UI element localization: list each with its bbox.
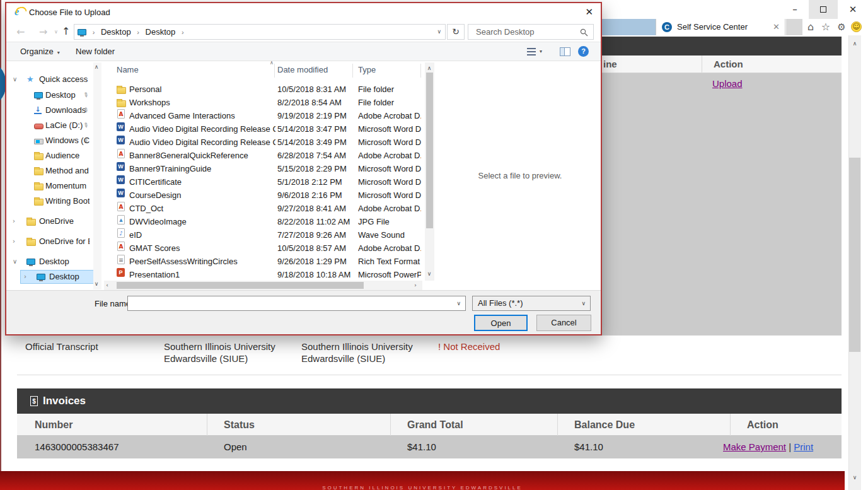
file-row-coursedesign[interactable]: WCourseDesign9/6/2018 2:16 PMMicrosoft W…	[104, 189, 424, 202]
chevron-down-icon[interactable]: ∨	[13, 73, 17, 86]
favorites-star-icon[interactable]: ☆	[818, 19, 833, 35]
file-row-audio-video-digital-recording-release-c[interactable]: WAudio Video Digital Recording Release C…	[104, 136, 424, 149]
sidebar-item-method-and-di[interactable]: Method and Di	[6, 164, 102, 178]
chevron-down-icon[interactable]: ∨	[13, 255, 17, 269]
cancel-button[interactable]: Cancel	[536, 315, 591, 331]
gear-icon[interactable]: ⚙	[834, 19, 849, 35]
file-row-workshops[interactable]: Workshops8/2/2018 8:54 AMFile folder	[104, 96, 424, 109]
column-header-name[interactable]: Name	[117, 62, 139, 78]
file-list-scrollbar-thumb[interactable]	[426, 73, 433, 228]
tab-close-icon[interactable]: ✕	[773, 19, 780, 35]
sidebar-scroll-up-icon[interactable]: ∧	[92, 61, 101, 73]
file-type: Adobe Acrobat D...	[358, 149, 421, 162]
file-row-dwvideoimage[interactable]: ▲DWVideoImage8/22/2018 11:02 AMJPG File	[104, 215, 424, 228]
recent-locations-chevron-icon[interactable]: ∨	[54, 29, 58, 35]
close-window-button[interactable]: ✕	[842, 0, 864, 19]
back-icon[interactable]: ←	[16, 26, 25, 38]
file-row-ctd-oct[interactable]: ACTD_Oct9/27/2018 8:41 AMAdobe Acrobat D…	[104, 202, 424, 215]
sidebar-item-desktop[interactable]: Desktop✎	[6, 88, 102, 102]
sidebar-item-windows-c[interactable]: Windows (C✎	[6, 134, 102, 148]
chevron-right-icon[interactable]: ›	[13, 214, 15, 228]
views-icon[interactable]	[527, 48, 536, 55]
file-name-input[interactable]	[128, 296, 453, 310]
file-list-hscrollbar-thumb[interactable]	[117, 282, 364, 289]
sidebar-item-momentum[interactable]: Momentum	[6, 179, 102, 193]
file-date-modified: 5/14/2018 3:47 PM	[277, 122, 347, 136]
organize-button[interactable]: Organize▾	[20, 42, 60, 62]
file-name: eID	[129, 228, 275, 242]
new-folder-button[interactable]: New folder	[76, 42, 115, 61]
browser-tab[interactable]: C Self Service Center ✕	[656, 19, 785, 35]
sidebar-item-writing-bootca[interactable]: Writing Bootca	[6, 194, 102, 208]
up-icon[interactable]: ↑	[62, 25, 70, 37]
file-type-select[interactable]: All Files (*.*) ∨	[472, 296, 591, 311]
chevron-right-icon[interactable]: ›	[13, 235, 15, 248]
sidebar-item-desktop[interactable]: ∨Desktop	[6, 255, 102, 269]
sidebar-scrollbar[interactable]	[93, 62, 101, 289]
scroll-down-icon[interactable]: ∨	[848, 472, 861, 483]
folder-icon	[117, 100, 126, 107]
file-row-gmat-scores[interactable]: AGMAT Scores10/5/2018 8:57 AMAdobe Acrob…	[104, 242, 424, 255]
file-row-audio-video-digital-recording-release-c[interactable]: WAudio Video Digital Recording Release C…	[104, 122, 424, 136]
help-icon[interactable]: ?	[578, 46, 589, 57]
smiley-feedback-icon[interactable]: ☺	[851, 21, 862, 32]
file-row-advanced-game-interactions[interactable]: AAdvanced Game Interactions9/19/2018 2:1…	[104, 109, 424, 122]
transcript-from-org: Southern Illinois University Edwardsvill…	[164, 341, 287, 365]
search-input[interactable]	[468, 25, 579, 39]
sidebar-item-downloads[interactable]: ↓Downloads✎	[6, 103, 102, 117]
breadcrumb-separator[interactable]: ›	[133, 28, 143, 36]
scroll-up-icon[interactable]: ∧	[848, 38, 861, 49]
sidebar-item-label: Desktop	[49, 270, 90, 284]
column-divider[interactable]	[420, 64, 421, 78]
address-bar[interactable]: › Desktop › Desktop › ∨	[74, 24, 446, 40]
file-name: CourseDesign	[129, 189, 275, 202]
sidebar-item-quick-access[interactable]: ∨★Quick access	[6, 73, 102, 86]
file-row-peerselfassesswritingcircles[interactable]: ≡PeerSelfAssessWritingCircles9/26/2018 1…	[104, 255, 424, 268]
views-chevron-icon[interactable]: ▾	[540, 42, 542, 61]
sidebar-item-desktop[interactable]: ›Desktop	[6, 270, 102, 284]
dialog-close-icon[interactable]: ✕	[585, 6, 593, 18]
sidebar-item-lacie-d[interactable]: LaCie (D:)✎	[6, 119, 102, 132]
file-row-citicertificate[interactable]: WCITICertificate5/1/2018 2:12 PMMicrosof…	[104, 175, 424, 189]
upload-link[interactable]: Upload	[712, 78, 743, 89]
file-name-combo: ∨	[127, 296, 466, 311]
column-header-type[interactable]: Type	[358, 62, 376, 78]
file-type: Adobe Acrobat D...	[358, 242, 421, 255]
column-divider[interactable]	[274, 64, 275, 78]
maximize-button[interactable]	[809, 0, 838, 19]
home-icon[interactable]: ⌂	[803, 19, 818, 35]
forward-icon[interactable]: →	[39, 26, 47, 38]
file-row-personal[interactable]: Personal10/5/2018 8:31 AMFile folder	[104, 83, 424, 96]
breadcrumb-desktop-1[interactable]: Desktop	[101, 27, 131, 37]
refresh-icon[interactable]: ↻	[447, 24, 465, 40]
file-name-dropdown-icon[interactable]: ∨	[456, 296, 461, 310]
chevron-right-icon[interactable]: ›	[24, 270, 26, 284]
list-scroll-left-icon[interactable]: ‹	[103, 279, 112, 291]
make-payment-link[interactable]: Make Payment	[723, 441, 786, 452]
file-row-presentation1[interactable]: PPresentation19/18/2018 10:18 AMMicrosof…	[104, 268, 424, 281]
sidebar-item-audience[interactable]: Audience	[6, 149, 102, 163]
file-row-banner8generalquickreference[interactable]: ABanner8GeneralQuickReference6/28/2018 7…	[104, 149, 424, 162]
desktop-icon	[78, 29, 86, 35]
pdf-file-icon: A	[117, 202, 125, 211]
sidebar-item-onedrive-for-bus[interactable]: ›OneDrive for Bus	[6, 235, 102, 248]
sidebar-item-onedrive[interactable]: ›OneDrive	[6, 214, 102, 228]
preview-pane-icon[interactable]	[560, 47, 570, 56]
list-scroll-down-icon[interactable]: ∨	[424, 268, 435, 279]
browser-scrollbar-thumb[interactable]	[849, 158, 860, 352]
sidebar-scroll-down-icon[interactable]: ∨	[92, 278, 101, 289]
file-row-eid[interactable]: ♪eID7/27/2018 9:26 AMWave Sound	[104, 228, 424, 242]
file-row-banner9trainingguide[interactable]: WBanner9TrainingGuide5/15/2018 2:29 PMMi…	[104, 162, 424, 175]
print-link[interactable]: Print	[794, 441, 813, 452]
column-header-date-modified[interactable]: Date modified	[277, 62, 328, 78]
file-type: Rich Text Format	[358, 255, 421, 268]
column-divider[interactable]	[352, 64, 353, 78]
file-date-modified: 10/5/2018 8:57 AM	[277, 242, 346, 255]
address-dropdown-icon[interactable]: ∨	[437, 25, 441, 39]
new-tab-button[interactable]	[786, 19, 802, 35]
minimize-button[interactable]: –	[784, 0, 806, 19]
breadcrumb-separator[interactable]: ›	[178, 28, 188, 36]
open-button[interactable]: Open	[474, 315, 528, 331]
breadcrumb-desktop-2[interactable]: Desktop	[146, 27, 176, 37]
list-scroll-right-icon[interactable]: ›	[411, 279, 420, 291]
